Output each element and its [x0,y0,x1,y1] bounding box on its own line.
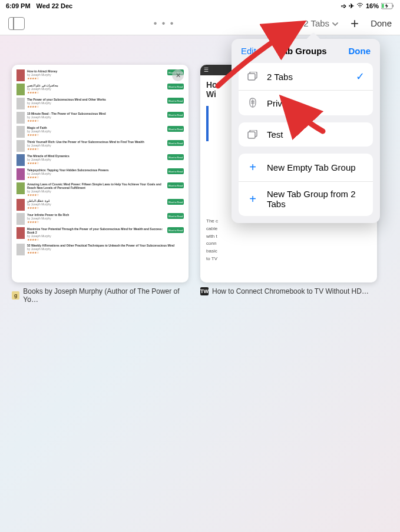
tab-title-label: How to Connect Chromebook to TV Without … [212,287,369,295]
new-tab-button[interactable]: + [351,15,359,32]
sidebar-toggle-button[interactable] [8,17,25,30]
safari-toolbar: • • • 2 Tabs + Done [0,12,400,35]
tab-caption: g Books by Joseph Murphy (Author of The … [12,287,189,304]
new-tab-group-from-tabs[interactable]: + New Tab Group from 2 Tabs [239,182,373,216]
close-tab-button[interactable]: ✕ [172,69,184,81]
row-label: New Tab Group from 2 Tabs [267,189,365,209]
plus-icon: + [247,192,259,206]
row-label: New Empty Tab Group [267,162,365,172]
tab-thumbnail[interactable]: How to Attract Moneyby Joseph Murphy★★★★… [12,65,189,304]
status-date: Wed 22 Dec [37,2,73,9]
new-empty-tab-group[interactable]: + New Empty Tab Group [239,154,373,182]
tab-title-label: Books by Joseph Murphy (Author of The Po… [23,287,189,304]
annotation-arrow [282,99,335,142]
status-bar: 6:09 PM Wed 22 Dec ➩ ✈︎ 16% [0,0,400,12]
plus-icon: + [247,161,259,174]
orientation-lock-icon: ➩ [341,2,346,10]
battery-percent: 16% [366,2,379,9]
battery-icon [381,3,394,9]
status-time: 6:09 PM [6,2,31,9]
chevron-down-icon [332,18,339,28]
private-icon [247,98,259,108]
thumbnail-content: How to Attract Moneyby Joseph Murphy★★★★… [12,65,189,282]
tabs-icon [247,130,259,139]
hamburger-icon: ☰ [204,67,209,73]
svg-rect-1 [382,4,384,8]
done-button[interactable]: Done [371,18,392,28]
popover-done-button[interactable]: Done [348,46,371,56]
checkmark-icon: ✓ [356,70,365,83]
svg-rect-2 [393,5,394,7]
airplane-icon: ✈︎ [349,2,354,10]
annotation-arrow [209,21,309,94]
toolbar-dots: • • • [154,18,175,29]
svg-rect-6 [248,132,255,138]
favicon-icon: g [12,291,19,300]
tab-caption: TW How to Connect Chromebook to TV Witho… [200,287,377,295]
wifi-icon [356,2,363,9]
favicon-icon: TW [200,287,209,295]
